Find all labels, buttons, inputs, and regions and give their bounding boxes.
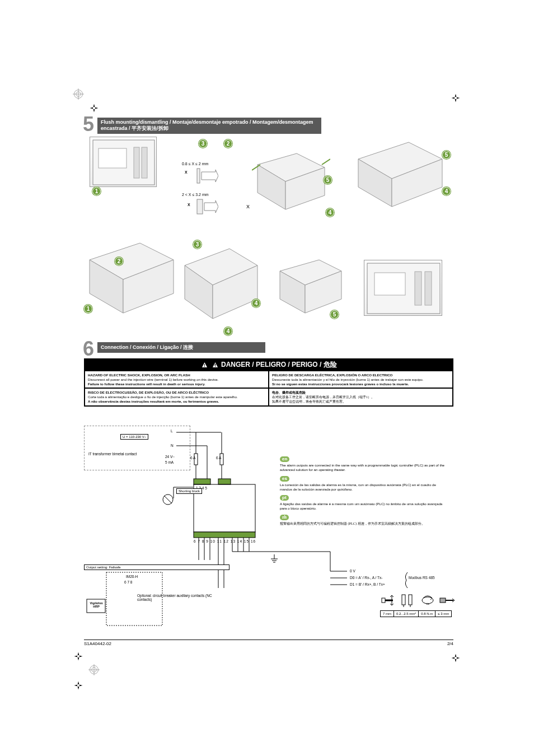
danger-es: PELIGRO DE DESCARGA ELÉCTRICA, EXPLOSIÓN… xyxy=(269,371,453,388)
svg-point-12 xyxy=(455,657,457,660)
wire-cross-section: 0.2...2.5 mm² xyxy=(394,610,419,617)
svg-point-11 xyxy=(77,684,80,687)
svg-point-5 xyxy=(455,97,457,100)
vigilohm-label: Vigilohm HRP xyxy=(88,601,105,608)
step-bubble-1: 1 xyxy=(84,305,92,313)
page-footer: S1A40442-02 2/4 xyxy=(84,640,453,646)
svg-rect-83 xyxy=(402,595,405,605)
warning-triangle-icon: ! xyxy=(202,362,208,368)
terminals-small-label: 6 7 8 xyxy=(124,580,132,584)
device-iso-2 xyxy=(353,137,448,215)
svg-point-4 xyxy=(93,107,96,110)
d0-label: D0 = A' / Rx-, A / Tx- xyxy=(350,576,382,580)
svg-rect-84 xyxy=(409,595,412,605)
note-pt: ptA ligação das saídas de alarme é a mes… xyxy=(280,495,448,511)
wire-screwdriver: ≤ 3 mm xyxy=(435,610,452,617)
danger-zh-footer: 如果不遵守这些说明，将会导致死亡或严重伤害。 xyxy=(272,399,346,403)
step-bubble-5: 5 xyxy=(442,151,451,159)
step-bubble-5: 5 xyxy=(324,176,332,184)
torque-icon: ⊙c xyxy=(420,594,435,609)
device-iso-4 xyxy=(179,243,263,327)
es-badge: es xyxy=(280,476,289,482)
clip-thick-icon xyxy=(196,198,218,217)
svg-text:!: ! xyxy=(204,363,205,368)
svg-rect-80 xyxy=(382,598,385,603)
thickness-var-1: X xyxy=(185,170,188,174)
danger-zh: 电击、爆炸或电弧危险 在对此设备工作之前，请切断所有电源，并且断开注入线（端子1… xyxy=(269,388,453,405)
step-bubble-1: 1 xyxy=(92,187,101,195)
clip-thin-icon xyxy=(196,167,218,186)
svg-point-6 xyxy=(77,655,80,658)
fuse-label-1: 6 A xyxy=(190,456,195,460)
device-iso-3 xyxy=(84,237,179,321)
svg-line-57 xyxy=(164,496,172,503)
wire-torque: 0.8 N.m xyxy=(418,610,435,617)
danger-en: HAZARD OF ELECTRIC SHOCK, EXPLOSION, OR … xyxy=(85,371,269,388)
svg-rect-14 xyxy=(99,148,127,168)
danger-es-footer: Si no se siguen estas instrucciones prov… xyxy=(272,382,409,386)
step-bubble-2: 2 xyxy=(115,257,123,265)
modbus-label: Modbus RS 485 xyxy=(409,576,435,580)
svg-rect-53 xyxy=(218,479,231,484)
danger-pt-title: RISCO DE ELECTROCUSSÃO, DE EXPLOSÃO, OU … xyxy=(88,390,209,394)
mounting-figure-area: 1 0.8 ≤ X ≤ 2 mm X 2 < X ≤ 3.2 mm X X 3 … xyxy=(84,131,453,333)
note-zh-text: 报警输出采用相同的方式与可编程逻辑控制器 (PLC) 相连，作为手术室高级解决方… xyxy=(280,521,425,525)
svg-rect-58 xyxy=(194,484,255,532)
brace-icon xyxy=(403,572,409,588)
step-bubble-5: 5 xyxy=(330,310,339,319)
danger-zh-body: 在对此设备工作之前，请切断所有电源，并且断开注入线（端子1）。 xyxy=(272,395,374,399)
zh-badge: zh xyxy=(280,515,289,520)
screwdriver-icon xyxy=(439,594,455,609)
danger-pt-footer: A não observância destas instruções resu… xyxy=(88,399,219,403)
ferrule-icon xyxy=(400,594,415,609)
step-bubble-4: 4 xyxy=(326,208,334,217)
thickness-label-x: X xyxy=(246,204,250,209)
fuse-label-2: 6 A xyxy=(216,456,221,460)
section-6-title-text: Connection / Conexión / Ligação / 连接 xyxy=(101,344,193,350)
svg-rect-16 xyxy=(142,147,147,178)
warning-shock-icon xyxy=(212,362,218,368)
svg-rect-52 xyxy=(194,479,210,484)
svg-text:⊙c: ⊙c xyxy=(426,602,430,605)
danger-es-title: PELIGRO DE DESCARGA ELÉCTRICA, EXPLOSIÓN… xyxy=(272,373,392,377)
crosshair-icon xyxy=(72,650,85,663)
svg-rect-15 xyxy=(134,147,139,178)
terminal-row-label: 6 7 8 9 10 11 12 13 14 15 16 xyxy=(194,539,256,543)
svg-rect-37 xyxy=(374,273,405,295)
note-pt-text: A ligação das saídas de alarme é a mesma… xyxy=(280,502,442,510)
wiring-diagram: L N U = 110-230 V~ IT transformer bimeta… xyxy=(84,426,453,633)
document-number: S1A40442-02 xyxy=(84,641,111,646)
crosshair-icon xyxy=(449,651,462,665)
danger-pt: RISCO DE ELECTROCUSSÃO, DE EXPLOSÃO, OU … xyxy=(85,388,269,405)
svg-rect-18 xyxy=(197,199,203,214)
module-label: IM20-H xyxy=(126,575,138,578)
step-bubble-3: 3 xyxy=(199,139,207,148)
danger-grid: HAZARD OF ELECTRIC SHOCK, EXPLOSION, OR … xyxy=(85,371,453,406)
danger-heading: ! DANGER / PELIGRO / PERIGO / 危险 xyxy=(85,359,453,371)
crosshair-icon xyxy=(449,91,462,105)
danger-en-footer: Failure to follow these instructions wil… xyxy=(88,382,205,386)
device-iso-1 xyxy=(252,148,330,215)
page-number: 2/4 xyxy=(447,641,453,646)
step-bubble-4: 4 xyxy=(224,327,232,335)
section-number-6: 6 xyxy=(83,339,94,359)
thickness-range-2: 2 < X ≤ 3.2 mm xyxy=(182,193,209,197)
optional-contacts-label: Optional: circuit breaker auxiliary cont… xyxy=(137,594,216,601)
step-bubble-4: 4 xyxy=(442,187,451,195)
svg-rect-89 xyxy=(440,598,446,603)
registration-mark-icon xyxy=(87,663,101,676)
danger-en-title: HAZARD OF ELECTRIC SHOCK, EXPLOSION, OR … xyxy=(88,373,190,377)
en-badge: en xyxy=(280,456,289,462)
note-en-text: The alarm outputs are connected in the s… xyxy=(280,463,444,472)
registration-mark-icon xyxy=(72,87,85,101)
danger-zh-title: 电击、爆炸或电弧危险 xyxy=(272,390,306,394)
note-es-text: La conexión de las salidas de alarma es … xyxy=(280,483,436,491)
device-front-2 xyxy=(364,260,442,316)
danger-heading-text: DANGER / PELIGRO / PERIGO / 危险 xyxy=(221,361,337,368)
svg-line-23 xyxy=(322,159,330,165)
thickness-var-2: X xyxy=(188,203,190,207)
wire-strip-length: 7 mm xyxy=(380,610,394,617)
output-setting-label: Output setting: Failsafe xyxy=(84,564,229,570)
note-zh: zh报警输出采用相同的方式与可编程逻辑控制器 (PLC) 相连，作为手术室高级解… xyxy=(280,515,448,526)
wire-spec-row: 7 mm 0.2...2.5 mm² 0.8 N.m ≤ 3 mm xyxy=(381,610,452,617)
